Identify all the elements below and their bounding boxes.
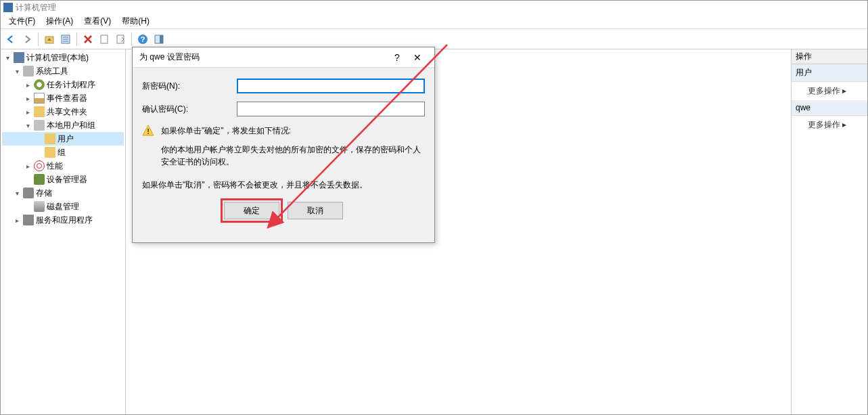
collapse-icon[interactable]: ▾: [24, 121, 32, 129]
menu-action[interactable]: 操作(A): [41, 14, 78, 29]
export-button[interactable]: [113, 32, 128, 47]
new-password-label: 新密码(N):: [142, 81, 237, 92]
menubar: 文件(F) 操作(A) 查看(V) 帮助(H): [1, 14, 867, 29]
tree-label: 设备管理器: [47, 174, 87, 185]
back-button[interactable]: [3, 32, 18, 47]
collapse-icon[interactable]: ▾: [3, 53, 12, 62]
tree-label: 性能: [47, 160, 63, 172]
expand-icon[interactable]: ▸: [24, 81, 32, 89]
tree-event-viewer[interactable]: ▸事件查看器: [2, 91, 124, 105]
folder-icon: [45, 147, 55, 158]
expand-icon[interactable]: ▸: [24, 108, 32, 116]
blank-icon: [35, 135, 43, 143]
separator: [38, 32, 39, 46]
users-group-icon: [34, 120, 45, 131]
tree-root[interactable]: ▾计算机管理(本地): [2, 51, 124, 64]
tree-shared-folders[interactable]: ▸共享文件夹: [2, 105, 124, 118]
collapse-icon[interactable]: ▾: [13, 189, 21, 197]
warning-icon: !: [142, 125, 154, 137]
new-password-row: 新密码(N):: [142, 79, 425, 93]
separator: [76, 32, 77, 46]
actions-link-label: 更多操作: [808, 120, 840, 129]
dialog-titlebar[interactable]: 为 qwe 设置密码 ? ✕: [133, 47, 434, 68]
tree-groups[interactable]: 组: [2, 146, 124, 159]
collapse-icon[interactable]: ▾: [13, 67, 21, 75]
blank-icon: [24, 202, 32, 211]
menu-file[interactable]: 文件(F): [3, 14, 41, 29]
menu-view[interactable]: 查看(V): [78, 14, 116, 29]
svg-text:!: !: [147, 127, 150, 135]
actions-panel: 操作 用户 更多操作 ▸ qwe 更多操作 ▸: [791, 49, 867, 414]
show-actions-button[interactable]: [152, 32, 166, 47]
tree-disk-mgmt[interactable]: 磁盘管理: [2, 200, 124, 213]
tree-label: 事件查看器: [47, 93, 87, 104]
confirm-password-label: 确认密码(C):: [142, 104, 237, 115]
tree-label: 系统工具: [36, 66, 68, 77]
actions-header: 操作: [792, 49, 867, 64]
warning-row: ! 如果你单击"确定"，将发生如下情况:: [142, 125, 425, 137]
blank-icon: [24, 175, 32, 183]
menu-help[interactable]: 帮助(H): [116, 14, 155, 29]
tree-label: 计算机管理(本地): [26, 52, 89, 64]
computer-icon: [14, 52, 24, 63]
app-icon: [3, 3, 13, 12]
performance-icon: [34, 160, 45, 171]
storage-icon: [23, 188, 34, 198]
dialog-title: 为 qwe 设置密码: [139, 51, 387, 63]
tree-system-tools[interactable]: ▾系统工具: [2, 64, 124, 78]
set-password-dialog: 为 qwe 设置密码 ? ✕ 新密码(N): 确认密码(C): ! 如果你单击"…: [132, 47, 435, 243]
cancel-info: 如果你单击"取消"，密码将不会被更改，并且将不会丢失数据。: [142, 179, 425, 191]
svg-rect-6: [117, 35, 124, 43]
refresh-button[interactable]: [97, 32, 112, 47]
window-title: 计算机管理: [16, 2, 56, 14]
separator: [131, 32, 132, 46]
delete-button[interactable]: [81, 32, 95, 47]
blank-icon: [35, 148, 43, 156]
tools-icon: [23, 66, 34, 77]
expand-icon[interactable]: ▸: [24, 94, 32, 102]
chevron-right-icon: ▸: [842, 120, 846, 129]
svg-rect-10: [160, 35, 163, 43]
expand-icon[interactable]: ▸: [13, 216, 21, 224]
tree-storage[interactable]: ▾存储: [2, 186, 124, 200]
tree-label: 服务和应用程序: [36, 215, 93, 226]
confirm-password-input[interactable]: [237, 102, 425, 116]
disk-icon: [34, 201, 45, 212]
actions-more-users[interactable]: 更多操作 ▸: [792, 82, 867, 100]
folder-icon: [34, 106, 45, 117]
tree-label: 任务计划程序: [47, 79, 95, 91]
tree-label: 组: [58, 147, 66, 158]
actions-section-users: 用户: [792, 64, 867, 82]
tree-task-scheduler[interactable]: ▸任务计划程序: [2, 78, 124, 91]
tree-services-apps[interactable]: ▸服务和应用程序: [2, 213, 124, 227]
service-icon: [23, 215, 34, 225]
nav-tree[interactable]: ▾计算机管理(本地) ▾系统工具 ▸任务计划程序 ▸事件查看器 ▸共享文件夹 ▾…: [1, 49, 126, 414]
confirm-password-row: 确认密码(C):: [142, 102, 425, 116]
tree-device-manager[interactable]: 设备管理器: [2, 173, 124, 186]
up-button[interactable]: [42, 32, 57, 47]
dialog-body: 新密码(N): 确认密码(C): ! 如果你单击"确定"，将发生如下情况: 你的…: [133, 68, 434, 242]
tree-label: 存储: [36, 188, 52, 199]
help-button[interactable]: ?: [135, 32, 150, 47]
expand-icon[interactable]: ▸: [24, 162, 32, 170]
tree-users[interactable]: 用户: [2, 132, 124, 146]
properties-button[interactable]: [58, 32, 73, 47]
tree-label: 用户: [58, 133, 74, 145]
tree-label: 本地用户和组: [47, 120, 95, 131]
tree-local-users-groups[interactable]: ▾本地用户和组: [2, 118, 124, 132]
dialog-buttons: 确定 取消: [142, 196, 425, 232]
new-password-input[interactable]: [237, 79, 425, 93]
app-window: 计算机管理 文件(F) 操作(A) 查看(V) 帮助(H) ? ▾计算机管理(本…: [0, 0, 868, 415]
clock-icon: [34, 79, 45, 90]
close-icon[interactable]: ✕: [407, 51, 428, 64]
tree-performance[interactable]: ▸性能: [2, 159, 124, 173]
ok-button[interactable]: 确定: [224, 202, 279, 219]
help-icon[interactable]: ?: [387, 51, 407, 64]
warning-body: 你的本地用户帐户将立即失去对他的所有加密的文件，保存的密码和个人安全证书的访问权…: [142, 144, 425, 168]
device-manager-icon: [34, 174, 45, 185]
svg-text:?: ?: [141, 35, 145, 43]
forward-button[interactable]: [20, 32, 35, 47]
tree-label: 共享文件夹: [47, 106, 87, 118]
cancel-button[interactable]: 取消: [288, 202, 343, 219]
actions-more-qwe[interactable]: 更多操作 ▸: [792, 116, 867, 134]
